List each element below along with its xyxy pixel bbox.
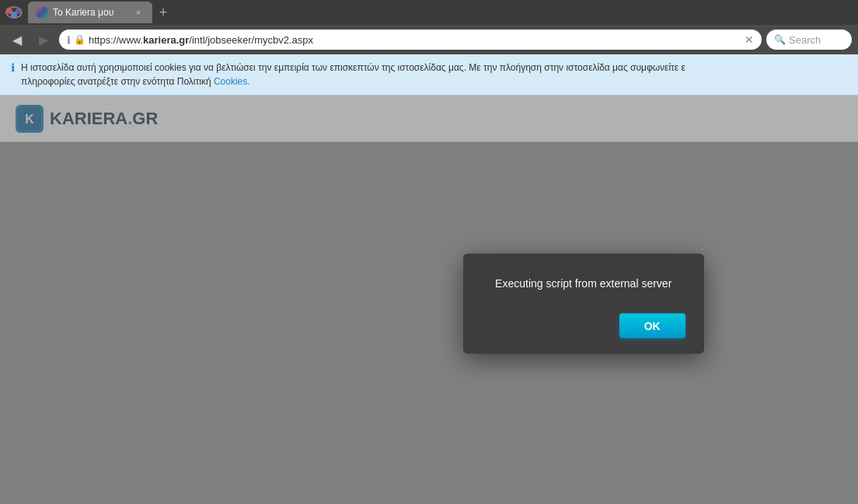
lock-icon: 🔒 <box>74 34 85 45</box>
dialog-message: Executing script from external server <box>482 275 685 291</box>
search-icon: 🔍 <box>774 34 786 45</box>
dialog-ok-button[interactable]: OK <box>619 313 685 338</box>
back-button[interactable]: ◀ <box>6 29 28 50</box>
modal-overlay: Executing script from external server OK <box>0 96 858 504</box>
dialog-buttons: OK <box>482 313 685 338</box>
cookie-text: Η ιστοσελίδα αυτή χρησιμοποιεί cookies γ… <box>21 61 847 89</box>
cookie-banner: ℹ Η ιστοσελίδα αυτή χρησιμοποιεί cookies… <box>0 54 858 96</box>
svg-point-3 <box>11 12 17 18</box>
browser-chrome: Το Kariera μου × + ◀ ▶ ℹ 🔒 https://www.k… <box>0 0 858 54</box>
url-clear-button[interactable]: ✕ <box>745 33 754 46</box>
url-text: https://www.kariera.gr/intl/jobseeker/my… <box>89 34 741 46</box>
dialog-box: Executing script from external server OK <box>463 253 704 353</box>
forward-button[interactable]: ▶ <box>33 29 54 50</box>
address-bar[interactable]: ℹ 🔒 https://www.kariera.gr/intl/jobseeke… <box>59 30 762 50</box>
tab-favicon <box>36 6 48 19</box>
tab-title: Το Kariera μου <box>53 7 127 18</box>
browser-tab-active[interactable]: Το Kariera μου × <box>28 2 152 23</box>
cookies-policy-link[interactable]: Cookies. <box>214 76 250 87</box>
tab-close-button[interactable]: × <box>132 6 145 19</box>
page-content: K KARIERA.GR Executing script from exter… <box>0 96 858 504</box>
search-placeholder: Search <box>789 34 821 46</box>
cookie-info-icon: ℹ <box>11 61 15 74</box>
search-box[interactable]: 🔍 Search <box>766 30 852 50</box>
nav-bar: ◀ ▶ ℹ 🔒 https://www.kariera.gr/intl/jobs… <box>0 25 858 54</box>
info-icon: ℹ <box>67 34 71 46</box>
browser-logo-icon <box>3 2 25 23</box>
new-tab-button[interactable]: + <box>154 3 173 22</box>
tab-bar: Το Kariera μου × + <box>0 0 858 25</box>
